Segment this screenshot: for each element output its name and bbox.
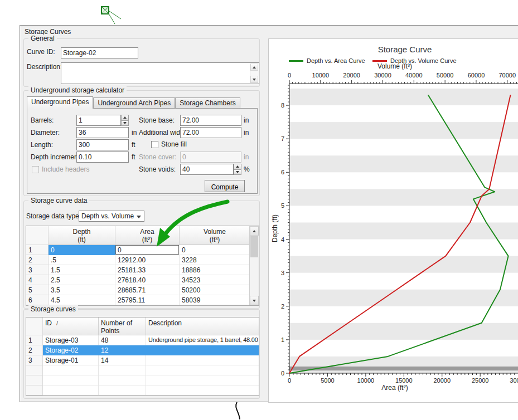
dropdown-arrow-icon[interactable] <box>137 216 141 218</box>
empty-cell[interactable] <box>43 365 99 375</box>
corner-header-cell[interactable] <box>26 226 49 245</box>
area-cell[interactable]: 12912.00 <box>115 255 180 265</box>
stone-fill-checkbox[interactable] <box>151 141 158 148</box>
empty-row-number-cell[interactable] <box>26 385 43 395</box>
depth-cell[interactable]: 2.5 <box>49 275 115 285</box>
include-headers-checkbox[interactable] <box>32 166 39 173</box>
empty-cell[interactable] <box>99 365 146 375</box>
curve-id-cell-selected[interactable]: Storage-02 <box>43 345 99 355</box>
stepper-down-button[interactable] <box>234 170 241 175</box>
stone-base-input[interactable] <box>180 115 241 126</box>
points-column-header[interactable]: Number ofPoints <box>99 318 146 335</box>
volume-cell[interactable]: 50200 <box>180 285 250 295</box>
svg-text:7: 7 <box>281 135 284 142</box>
svg-text:60000: 60000 <box>468 72 485 79</box>
row-number-cell[interactable]: 3 <box>26 265 49 275</box>
id-column-header[interactable]: ID/ <box>43 318 99 335</box>
diameter-input[interactable] <box>76 127 129 138</box>
curve-id-cell[interactable]: Storage-03 <box>43 335 99 345</box>
volume-cell[interactable]: 34523 <box>180 275 250 285</box>
volume-cell[interactable]: 18886 <box>180 265 250 275</box>
depth-cell[interactable]: 4.5 <box>49 295 115 305</box>
description-cell-selected[interactable] <box>146 345 259 355</box>
description-box <box>61 62 259 84</box>
depth-increment-input[interactable] <box>76 152 129 163</box>
volume-cell[interactable]: 3228 <box>180 255 250 265</box>
stone-voids-label: Stone voids: <box>139 165 176 173</box>
empty-cell[interactable] <box>146 365 259 375</box>
stepper-up-button[interactable] <box>121 115 129 121</box>
table-vertical-scrollbar[interactable] <box>249 226 259 305</box>
volume-cell[interactable]: 0 <box>180 245 250 255</box>
scroll-down-button[interactable] <box>250 296 259 305</box>
svg-text:50000: 50000 <box>437 72 454 79</box>
points-cell[interactable]: 14 <box>99 355 146 365</box>
scroll-up-button[interactable] <box>250 64 258 71</box>
storage-data-type-select[interactable]: Depth vs. Volume <box>79 211 144 222</box>
row-number-cell[interactable]: 4 <box>26 275 49 285</box>
additional-width-input[interactable] <box>180 127 241 138</box>
svg-text:20000: 20000 <box>343 72 360 79</box>
row-number-cell[interactable]: 2 <box>26 255 49 265</box>
empty-cell[interactable] <box>146 385 259 395</box>
length-input[interactable] <box>76 139 129 150</box>
area-cell[interactable]: 27618.40 <box>115 275 180 285</box>
area-cell[interactable]: 0 <box>115 245 180 255</box>
depth-cell[interactable]: 3.5 <box>49 285 115 295</box>
description-cell[interactable] <box>146 355 259 365</box>
row-number-cell[interactable]: 6 <box>26 295 49 305</box>
depth-cell-selected[interactable]: 0 <box>49 245 115 255</box>
empty-row-number-cell[interactable] <box>26 375 43 385</box>
screen-root: { "colors": { "selection": "#3f9ce8", "a… <box>0 0 518 420</box>
area-cell[interactable]: 25795.11 <box>115 295 180 305</box>
scroll-down-button[interactable] <box>250 76 258 83</box>
tab-underground-arch-pipes[interactable]: Underground Arch Pipes <box>93 97 175 109</box>
corner-header-cell[interactable] <box>26 318 43 335</box>
chevron-down-icon <box>236 171 239 173</box>
chevron-up-icon <box>236 165 239 168</box>
scroll-up-button[interactable] <box>250 226 259 236</box>
area-cell[interactable]: 25181.33 <box>115 265 180 275</box>
empty-cell[interactable] <box>146 375 259 385</box>
empty-cell[interactable] <box>99 385 146 395</box>
volume-column-header[interactable]: Volume(ft³) <box>180 226 250 245</box>
compute-button[interactable]: Compute <box>205 180 245 192</box>
row-number-cell[interactable]: 3 <box>26 355 43 365</box>
volume-cell[interactable]: 58039 <box>180 295 250 305</box>
description-scrollbar[interactable] <box>250 64 258 83</box>
row-number-cell[interactable]: 1 <box>26 245 49 255</box>
row-number-cell[interactable]: 5 <box>26 285 49 295</box>
tab-storage-chambers[interactable]: Storage Chambers <box>175 97 240 109</box>
area-cell[interactable]: 28685.71 <box>115 285 180 295</box>
scrollbar-thumb[interactable] <box>250 236 258 257</box>
empty-cell[interactable] <box>99 375 146 385</box>
stone-base-label: Stone base: <box>139 116 175 124</box>
diameter-label: Diameter: <box>31 129 60 136</box>
svg-text:4: 4 <box>281 236 284 243</box>
row-number-cell[interactable]: 2 <box>26 345 43 355</box>
depth-cell[interactable]: .5 <box>49 255 115 265</box>
empty-cell[interactable] <box>43 375 99 385</box>
stepper-up-button[interactable] <box>234 164 241 170</box>
depth-column-header[interactable]: Depth(ft) <box>49 226 115 245</box>
svg-text:5000: 5000 <box>321 377 334 384</box>
row-number-cell[interactable]: 1 <box>26 335 43 345</box>
points-cell[interactable]: 48 <box>99 335 146 345</box>
stone-voids-unit: % <box>244 165 250 173</box>
description-column-header[interactable]: Description <box>146 318 259 335</box>
barrels-input[interactable] <box>76 115 121 126</box>
tab-underground-pipes[interactable]: Underground Pipes <box>27 96 93 109</box>
description-cell[interactable]: Underground pipe storage, 1 barrel, 48.0… <box>146 335 259 345</box>
curve-id-cell[interactable]: Storage-01 <box>43 355 99 365</box>
empty-row-number-cell[interactable] <box>26 365 43 375</box>
curve-id-input[interactable] <box>61 47 138 58</box>
stone-voids-input[interactable] <box>180 164 234 175</box>
area-column-header[interactable]: Area(ft²) <box>115 226 180 245</box>
description-input[interactable] <box>61 63 250 84</box>
depth-cell[interactable]: 1.5 <box>49 265 115 275</box>
empty-cell[interactable] <box>43 385 99 395</box>
black-squiggle-annotation <box>230 401 250 420</box>
stepper-down-button[interactable] <box>121 121 129 126</box>
depth-axis-label: Depth (ft) <box>271 189 280 267</box>
points-cell-selected[interactable]: 12 <box>99 345 146 355</box>
